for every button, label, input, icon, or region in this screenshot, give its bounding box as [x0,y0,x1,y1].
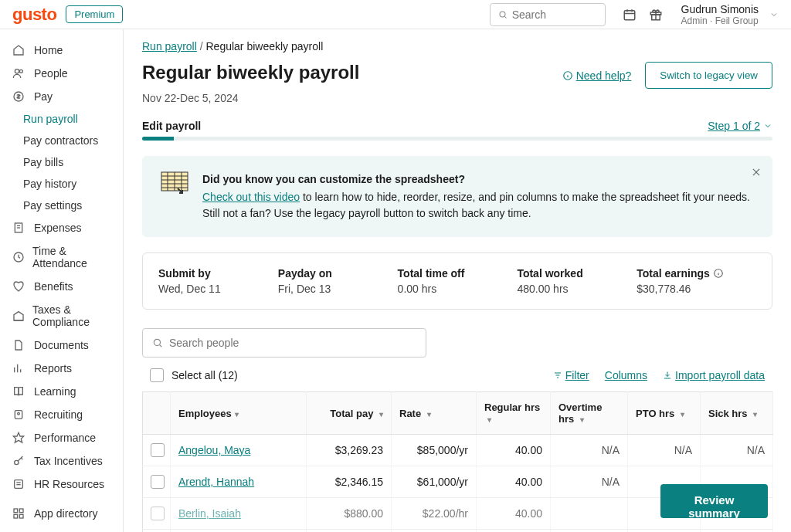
sidebar-sub-run-payroll[interactable]: Run payroll [0,108,123,130]
sidebar-item-recruiting[interactable]: Recruiting [0,403,123,426]
svg-point-52 [154,339,160,345]
sidebar-sub-pay-settings[interactable]: Pay settings [0,195,123,216]
sidebar-item-performance[interactable]: Performance [0,426,123,449]
sidebar-sub-pay-contractors[interactable]: Pay contractors [0,130,123,151]
filter-icon [553,371,562,380]
user-name: Gudrun Simonis [681,3,759,15]
select-all-checkbox[interactable] [150,368,164,382]
sidebar-item-benefits[interactable]: Benefits [0,275,123,298]
svg-rect-30 [19,514,23,518]
svg-line-1 [504,16,506,18]
cell-overtime[interactable] [551,498,628,530]
row-checkbox[interactable] [151,475,165,489]
cell-pto: N/A [628,435,701,466]
banner-video-link[interactable]: Check out this video [202,191,300,203]
total-pay: $30,778.46 [307,530,392,533]
svg-point-10 [19,69,22,73]
svg-line-53 [160,345,162,347]
svg-rect-29 [14,514,18,518]
cell-rate: $61,000/yr [392,466,477,498]
people-icon [12,67,26,80]
sidebar-item-time[interactable]: Time & Attendance [0,239,123,275]
need-help-link[interactable]: Need help? [562,69,632,82]
progress-bar [142,137,772,141]
summary-submit-value: Wed, Dec 11 [158,283,278,295]
cell-rate: $85,000/yr [392,435,477,466]
search-box[interactable] [490,3,606,26]
sidebar-item-tax-incentives[interactable]: Tax Incentives [0,449,123,473]
spreadsheet-icon [161,171,188,193]
header-employees[interactable]: Employees▾ [171,392,307,435]
sidebar-item-home[interactable]: Home [0,39,123,62]
calendar-icon[interactable] [621,6,638,23]
summary-card: Submit byWed, Dec 11 Payday onFri, Dec 1… [142,252,772,310]
sidebar-item-app-directory[interactable]: App directory [0,502,123,525]
sidebar-sub-pay-bills[interactable]: Pay bills [0,151,123,173]
select-all-label: Select all (12) [171,369,238,381]
svg-rect-2 [624,10,635,19]
svg-rect-27 [14,509,18,513]
search-input[interactable] [512,8,597,21]
book-icon [12,385,26,398]
gift-icon[interactable] [647,6,664,23]
sidebar-sub-pay-history[interactable]: Pay history [0,173,123,195]
sidebar-item-pay[interactable]: Pay [0,85,123,108]
hr-icon [12,478,26,490]
step-indicator[interactable]: Step 1 of 2 [708,120,772,132]
header-total-pay[interactable]: Total pay ▾ [307,392,392,435]
summary-submit-label: Submit by [158,267,278,280]
edit-payroll-label: Edit payroll [142,120,201,132]
clock-icon [12,251,25,263]
main-content: Run payroll / Regular biweekly payroll R… [124,29,791,532]
header-sick-hrs[interactable]: Sick hrs ▾ [701,392,773,435]
date-range: Nov 22-Dec 5, 2024 [142,92,772,104]
chevron-down-icon [763,121,772,130]
sidebar-item-refer[interactable]: Refer & earn [0,525,123,532]
logo: gusto [12,5,56,25]
premium-badge: Premium [66,5,123,23]
header-regular-hrs[interactable]: Regular hrs ▾ [477,392,551,435]
sidebar-item-learning[interactable]: Learning [0,380,123,403]
cell-total-pay: $2,346.15 [307,466,392,498]
sidebar-item-expenses[interactable]: Expenses [0,216,123,239]
employee-link[interactable]: Berlin, Isaiah [178,507,241,520]
sidebar-item-hr[interactable]: HR Resources [0,473,123,496]
header-rate[interactable]: Rate ▾ [392,392,477,435]
document-icon [12,339,26,351]
sidebar-item-taxes[interactable]: Taxes & Compliance [0,298,123,334]
cell-regular[interactable]: 40.00 [477,435,551,466]
employee-link[interactable]: Angelou, Maya [178,444,250,456]
row-checkbox[interactable] [151,507,165,520]
employee-link[interactable]: Arendt, Hannah [178,476,254,488]
breadcrumb: Run payroll / Regular biweekly payroll [142,40,772,53]
columns-link[interactable]: Columns [605,369,647,381]
search-icon [498,9,508,20]
close-icon[interactable] [751,167,762,178]
switch-legacy-button[interactable]: Switch to legacy view [645,62,772,89]
import-link[interactable]: Import payroll data [663,369,765,381]
review-summary-button[interactable]: Review summary [660,484,768,518]
summary-timeoff-value: 0.00 hrs [398,283,518,295]
sidebar-item-reports[interactable]: Reports [0,357,123,380]
people-search-input[interactable] [169,337,416,349]
info-icon[interactable] [713,268,724,279]
people-search[interactable] [142,328,426,357]
cell-regular[interactable]: 40.00 [477,498,551,530]
sidebar-item-people[interactable]: People [0,62,123,85]
sidebar-item-documents[interactable]: Documents [0,334,123,357]
cell-regular[interactable]: 40.00 [477,466,551,498]
badge-icon [12,408,26,421]
table-row: Angelou, Maya $3,269.23 $85,000/yr 40.00… [143,435,773,466]
breadcrumb-root[interactable]: Run payroll [142,40,197,53]
summary-payday-value: Fri, Dec 13 [278,283,398,295]
header-pto-hrs[interactable]: PTO hrs ▾ [628,392,701,435]
header-overtime-hrs[interactable]: Overtime hrs ▾ [551,392,628,435]
svg-point-21 [18,412,20,415]
summary-earnings-label: Total earnings [637,267,756,280]
user-menu[interactable]: Gudrun Simonis Admin · Feil Group [681,3,779,26]
cell-overtime: N/A [551,466,628,498]
sidebar: Home People Pay Run payroll Pay contract… [0,29,124,532]
filter-link[interactable]: Filter [553,369,589,381]
cell-overtime: N/A [551,435,628,466]
row-checkbox[interactable] [151,443,165,457]
